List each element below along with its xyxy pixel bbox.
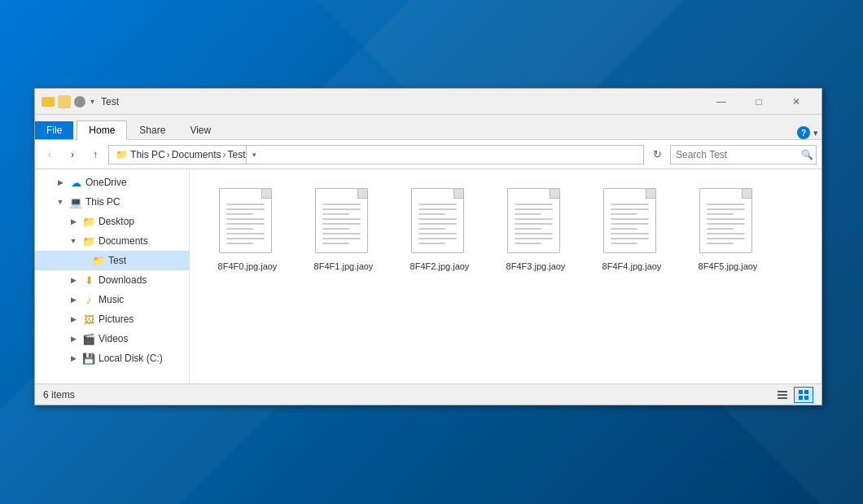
file-item[interactable]: 8F4F0.jpg.jaoy — [203, 182, 292, 278]
maximize-button[interactable]: □ — [740, 89, 778, 115]
file-name: 8F4F3.jpg.jaoy — [506, 261, 566, 272]
file-page-fold — [550, 189, 559, 199]
ribbon-collapse-button[interactable]: ▾ — [813, 128, 818, 138]
window-controls: — □ ✕ — [703, 89, 815, 115]
help-button[interactable]: ? — [797, 126, 810, 139]
downloads-expand-arrow: ▶ — [68, 276, 79, 284]
address-bar: ‹ › ↑ 📁 This PC › Documents › Test ▾ ↻ 🔍 — [35, 140, 821, 169]
videos-expand-arrow: ▶ — [68, 335, 79, 343]
file-icon — [507, 188, 564, 257]
up-button[interactable]: ↑ — [85, 145, 105, 164]
sidebar-item-music[interactable]: ▶ ♪ Music — [35, 290, 189, 309]
sidebar-label-thispc: This PC — [85, 196, 120, 208]
pictures-icon: 🖼 — [82, 313, 95, 326]
file-item[interactable]: 8F4F5.jpg.jaoy — [683, 182, 773, 278]
desktop-icon: 📁 — [82, 215, 95, 228]
sidebar-label-onedrive: OneDrive — [85, 177, 127, 188]
file-icon — [315, 188, 372, 257]
file-item[interactable]: 8F4F1.jpg.jaoy — [299, 182, 388, 278]
ribbon-tabs: File Home Share View ? ▾ — [35, 115, 821, 139]
file-item[interactable]: 8F4F4.jpg.jaoy — [587, 182, 677, 278]
sidebar-item-downloads[interactable]: ▶ ⬇ Downloads — [35, 270, 189, 290]
file-page-fold — [261, 189, 271, 199]
sidebar-item-onedrive[interactable]: ▶ ☁ OneDrive — [35, 173, 189, 192]
ribbon: File Home Share View ? ▾ — [35, 115, 821, 140]
sidebar-label-pictures: Pictures — [99, 313, 134, 325]
search-icon[interactable]: 🔍 — [801, 149, 813, 160]
tab-home[interactable]: Home — [77, 121, 127, 140]
file-page-fold — [742, 189, 751, 199]
music-icon: ♪ — [82, 293, 95, 306]
sidebar-label-downloads: Downloads — [99, 274, 147, 286]
minimize-button[interactable]: — — [703, 89, 740, 115]
file-page — [699, 188, 752, 253]
path-sep-1: › — [167, 149, 170, 160]
tab-view[interactable]: View — [177, 121, 223, 139]
tab-file[interactable]: File — [35, 121, 73, 139]
sidebar-label-desktop: Desktop — [99, 216, 134, 227]
refresh-button[interactable]: ↻ — [647, 145, 667, 164]
forward-button[interactable]: › — [63, 145, 82, 164]
svg-rect-0 — [778, 391, 787, 392]
folder-small-icon — [58, 95, 71, 108]
address-path-documents: Documents — [172, 149, 221, 160]
sidebar-item-desktop[interactable]: ▶ 📁 Desktop — [35, 212, 189, 231]
address-dropdown-button[interactable]: ▾ — [246, 145, 262, 164]
downloads-icon: ⬇ — [82, 274, 95, 287]
file-name: 8F4F5.jpg.jaoy — [699, 261, 758, 272]
sidebar: ▶ ☁ OneDrive ▼ 💻 This PC ▶ 📁 Desktop ▼ 📁… — [35, 169, 190, 383]
search-box[interactable]: 🔍 — [670, 145, 817, 164]
file-item[interactable]: 8F4F2.jpg.jaoy — [395, 182, 484, 278]
explorer-window: ▾ Test — □ ✕ File Home Share View ? ▾ ‹ … — [34, 88, 822, 405]
file-page-fold — [357, 189, 367, 199]
documents-icon: 📁 — [82, 234, 95, 248]
main-area: ▶ ☁ OneDrive ▼ 💻 This PC ▶ 📁 Desktop ▼ 📁… — [35, 169, 821, 383]
file-page — [603, 188, 656, 253]
file-page-fold — [646, 189, 655, 199]
items-count: 6 items — [43, 389, 75, 401]
file-lines — [515, 204, 553, 244]
file-icon — [699, 188, 756, 257]
sidebar-item-localdisk[interactable]: ▶ 💾 Local Disk (C:) — [35, 348, 189, 368]
file-page — [411, 188, 464, 253]
file-lines — [322, 204, 361, 244]
sidebar-label-test: Test — [108, 255, 126, 266]
view-toggle-buttons — [773, 387, 813, 403]
localdisk-icon: 💾 — [82, 352, 95, 365]
close-button[interactable]: ✕ — [778, 89, 815, 115]
file-page — [315, 188, 368, 253]
sidebar-item-pictures[interactable]: ▶ 🖼 Pictures — [35, 309, 189, 329]
title-bar: ▾ Test — □ ✕ — [35, 89, 821, 115]
tab-share[interactable]: Share — [127, 121, 177, 139]
path-sep-2: › — [223, 149, 226, 160]
details-view-button[interactable] — [773, 387, 792, 403]
onedrive-icon: ☁ — [69, 176, 82, 189]
sidebar-item-videos[interactable]: ▶ 🎬 Videos — [35, 329, 189, 348]
file-page — [507, 188, 560, 253]
search-input[interactable] — [676, 149, 798, 160]
sidebar-item-thispc[interactable]: ▼ 💻 This PC — [35, 192, 189, 212]
music-expand-arrow: ▶ — [68, 296, 79, 304]
title-bar-icons: ▾ — [42, 95, 96, 108]
sidebar-item-test[interactable]: 📁 Test — [35, 251, 189, 270]
svg-rect-2 — [778, 397, 787, 399]
title-arrow: ▾ — [90, 97, 94, 106]
sidebar-item-documents[interactable]: ▼ 📁 Documents — [35, 231, 189, 251]
file-name: 8F4F4.jpg.jaoy — [602, 261, 662, 272]
documents-expand-arrow: ▼ — [68, 237, 79, 245]
back-button[interactable]: ‹ — [40, 145, 59, 164]
large-icons-view-button[interactable] — [794, 387, 813, 403]
address-path[interactable]: 📁 This PC › Documents › Test ▾ — [108, 145, 644, 164]
file-item[interactable]: 8F4F3.jpg.jaoy — [491, 182, 580, 278]
thispc-icon: 💻 — [69, 195, 82, 208]
file-name: 8F4F2.jpg.jaoy — [410, 261, 470, 272]
file-page — [219, 188, 272, 253]
svg-rect-3 — [799, 390, 803, 394]
svg-rect-1 — [778, 394, 787, 396]
sidebar-label-documents: Documents — [99, 235, 148, 247]
file-lines — [707, 204, 745, 244]
thispc-expand-arrow: ▼ — [55, 198, 66, 206]
svg-rect-4 — [804, 390, 808, 394]
folder-icon — [42, 97, 55, 107]
window-title: Test — [101, 96, 703, 107]
